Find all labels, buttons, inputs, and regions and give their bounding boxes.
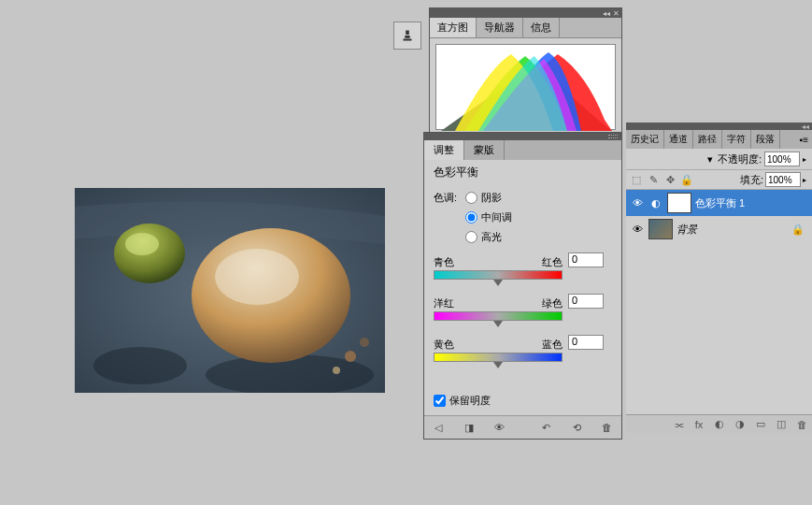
label-red: 红色 bbox=[542, 255, 563, 269]
radio-shadows[interactable]: 阴影 bbox=[465, 191, 512, 205]
collapse-icon[interactable]: ◂◂ bbox=[603, 9, 610, 18]
opacity-label: 不透明度: bbox=[718, 152, 762, 166]
visibility-icon[interactable]: 👁 bbox=[492, 420, 506, 435]
link-layers-icon[interactable]: ⫘ bbox=[672, 419, 685, 430]
opacity-row: ▾ 不透明度: 100% ▸ bbox=[626, 149, 812, 170]
value-cyan-red[interactable]: 0 bbox=[568, 252, 604, 267]
tab-paths[interactable]: 路径 bbox=[693, 130, 722, 149]
lock-transparent-icon[interactable]: ⬚ bbox=[630, 174, 643, 186]
reset-icon[interactable]: ⟲ bbox=[570, 420, 584, 435]
new-layer-icon[interactable]: ◫ bbox=[775, 418, 788, 430]
slider-thumb[interactable] bbox=[493, 321, 503, 327]
close-icon[interactable]: ✕ bbox=[613, 9, 620, 18]
tool-palette[interactable] bbox=[393, 22, 421, 50]
histogram-display bbox=[435, 44, 616, 130]
previous-state-icon[interactable]: ↶ bbox=[540, 420, 554, 435]
value-magenta-green[interactable]: 0 bbox=[568, 294, 604, 309]
collapse-icon[interactable]: ◂◂ bbox=[802, 123, 809, 131]
histogram-tabs: 直方图 导航器 信息 bbox=[430, 18, 621, 38]
lock-position-icon[interactable]: ✥ bbox=[663, 174, 677, 186]
radio-shadows-label: 阴影 bbox=[481, 191, 502, 205]
color-balance-icon: ◐ bbox=[648, 197, 663, 209]
layer-row-background[interactable]: 👁 背景 🔒 bbox=[626, 216, 812, 242]
adjustments-tabs: 调整 蒙版 bbox=[424, 140, 621, 160]
svg-point-4 bbox=[215, 249, 299, 305]
panel-titlebar[interactable]: ◂◂ bbox=[626, 123, 812, 130]
svg-point-6 bbox=[125, 233, 159, 255]
tab-channels[interactable]: 通道 bbox=[664, 130, 693, 149]
adjustment-layer-icon[interactable]: ◑ bbox=[734, 418, 747, 430]
tab-paragraph[interactable]: 段落 bbox=[751, 130, 780, 149]
histogram-panel: ◂◂ ✕ 直方图 导航器 信息 bbox=[429, 7, 622, 137]
tab-adjustments[interactable]: 调整 bbox=[424, 140, 464, 160]
slider-yellow-blue[interactable]: 黄色蓝色 0 bbox=[434, 338, 563, 362]
lock-options: ⬚ ✎ ✥ 🔒 bbox=[628, 174, 693, 186]
layer-name[interactable]: 背景 bbox=[677, 223, 697, 237]
tone-label: 色调: bbox=[434, 191, 465, 244]
adjustments-panel: 调整 蒙版 色彩平衡 色调: 阴影 中间调 高光 青色红色 0 洋红绿色 0 bbox=[423, 132, 622, 440]
tab-history[interactable]: 历史记 bbox=[626, 130, 664, 149]
radio-highlights[interactable]: 高光 bbox=[465, 230, 512, 244]
label-cyan: 青色 bbox=[434, 255, 454, 269]
tab-info[interactable]: 信息 bbox=[523, 18, 560, 37]
tab-characters[interactable]: 字符 bbox=[722, 130, 751, 149]
lock-pixels-icon[interactable]: ✎ bbox=[647, 174, 660, 186]
checkbox-preserve-luminosity[interactable] bbox=[434, 395, 446, 407]
svg-point-7 bbox=[345, 351, 356, 362]
svg-point-8 bbox=[360, 338, 369, 347]
right-panel-group: ◂◂ 历史记 通道 路径 字符 段落 ▪≡ ▾ 不透明度: 100% ▸ ⬚ ✎… bbox=[626, 123, 812, 433]
radio-highlights-label: 高光 bbox=[481, 230, 502, 244]
label-blue: 蓝色 bbox=[542, 338, 563, 352]
layer-style-icon[interactable]: fx bbox=[692, 419, 705, 430]
slider-cyan-red[interactable]: 青色红色 0 bbox=[434, 255, 563, 280]
fill-value[interactable]: 100% bbox=[765, 172, 801, 187]
slider-thumb[interactable] bbox=[493, 362, 503, 368]
svg-point-1 bbox=[93, 347, 187, 384]
adjustment-title: 色彩平衡 bbox=[424, 160, 621, 185]
layer-mask-thumbnail[interactable] bbox=[667, 193, 691, 213]
slider-magenta-green[interactable]: 洋红绿色 0 bbox=[434, 296, 563, 321]
value-yellow-blue[interactable]: 0 bbox=[568, 335, 604, 350]
svg-point-9 bbox=[333, 367, 340, 374]
fill-row: ⬚ ✎ ✥ 🔒 填充: 100% ▸ bbox=[626, 170, 812, 190]
trash-icon[interactable]: 🗑 bbox=[795, 419, 808, 430]
tone-radio-group: 阴影 中间调 高光 bbox=[465, 191, 512, 244]
opacity-value[interactable]: 100% bbox=[764, 152, 800, 166]
layer-mask-icon[interactable]: ◐ bbox=[713, 418, 726, 430]
radio-midtones-label: 中间调 bbox=[481, 210, 512, 224]
panel-titlebar[interactable]: ◂◂ ✕ bbox=[430, 8, 621, 18]
layers-footer: ⫘ fx ◐ ◑ ▭ ◫ 🗑 bbox=[626, 414, 812, 433]
blend-mode-dropdown[interactable]: ▾ bbox=[705, 153, 715, 166]
opacity-flyout-icon[interactable]: ▸ bbox=[803, 155, 810, 164]
tab-navigator[interactable]: 导航器 bbox=[477, 18, 523, 37]
label-preserve-luminosity: 保留明度 bbox=[449, 394, 491, 408]
panel-menu-icon[interactable]: ▪≡ bbox=[796, 135, 812, 145]
radio-midtones[interactable]: 中间调 bbox=[465, 210, 512, 224]
layer-thumbnail[interactable] bbox=[648, 219, 673, 239]
back-arrow-icon[interactable]: ◁ bbox=[432, 420, 446, 435]
clone-stamp-icon bbox=[399, 27, 416, 44]
visibility-toggle-icon[interactable]: 👁 bbox=[630, 197, 645, 209]
fill-label: 填充: bbox=[740, 173, 763, 187]
document-canvas bbox=[75, 188, 385, 393]
lock-icon: 🔒 bbox=[791, 224, 805, 236]
tab-masks[interactable]: 蒙版 bbox=[464, 140, 505, 160]
slider-thumb[interactable] bbox=[493, 280, 503, 286]
layer-row-adjustment[interactable]: 👁 ◐ 色彩平衡 1 bbox=[626, 190, 812, 216]
label-yellow: 黄色 bbox=[434, 338, 454, 352]
trash-icon[interactable]: 🗑 bbox=[601, 420, 615, 435]
clip-layer-icon[interactable]: ◨ bbox=[463, 420, 477, 435]
panel-grip[interactable] bbox=[424, 133, 621, 140]
pebbles-photo bbox=[75, 188, 385, 393]
visibility-toggle-icon[interactable]: 👁 bbox=[630, 224, 645, 235]
label-magenta: 洋红 bbox=[434, 296, 454, 310]
layer-name[interactable]: 色彩平衡 1 bbox=[695, 196, 745, 210]
adjustments-footer: ◁ ◨ 👁 ↶ ⟲ 🗑 bbox=[424, 415, 621, 439]
tab-histogram[interactable]: 直方图 bbox=[430, 18, 477, 37]
right-tabs: 历史记 通道 路径 字符 段落 ▪≡ bbox=[626, 130, 812, 149]
fill-flyout-icon[interactable]: ▸ bbox=[803, 176, 810, 184]
label-green: 绿色 bbox=[542, 296, 563, 310]
lock-all-icon[interactable]: 🔒 bbox=[680, 174, 693, 186]
group-icon[interactable]: ▭ bbox=[754, 418, 767, 430]
layers-list: 👁 ◐ 色彩平衡 1 👁 背景 🔒 bbox=[626, 190, 812, 414]
